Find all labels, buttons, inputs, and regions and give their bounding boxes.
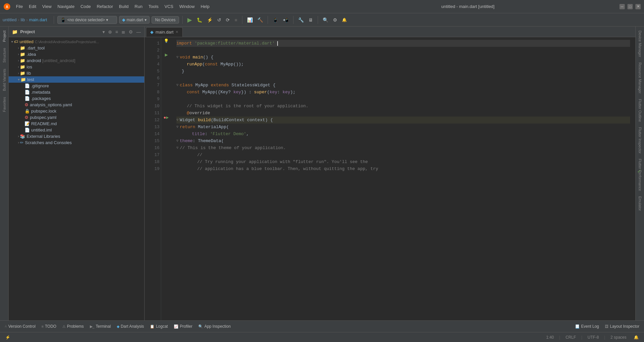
sidebar-tab-flutter-performance[interactable]: Flutter Performance [637, 156, 643, 194]
profiler-button[interactable]: 📈 Profiler [171, 323, 195, 330]
sdk-manager-button[interactable]: 🔧 [297, 17, 305, 23]
app-inspection-button[interactable]: 🔍 App Inspection [196, 323, 233, 330]
settings-gear-icon[interactable]: ⚙ [128, 29, 134, 35]
minimize-button[interactable]: ─ [619, 4, 625, 9]
code-content[interactable]: import 'package:flutter/material.dart' ▽… [171, 37, 635, 320]
close-button[interactable]: ✕ [635, 4, 641, 9]
sidebar-tab-emulator[interactable]: Emulator [637, 194, 643, 214]
build-button[interactable]: 🔨 [256, 17, 264, 23]
tree-item-dart-tool[interactable]: › 📁 .dart_tool [9, 45, 144, 51]
menu-run[interactable]: Run [132, 3, 145, 10]
minimize-panel-icon[interactable]: — [136, 29, 142, 35]
toolbar-separator-3 [242, 16, 242, 24]
menu-build[interactable]: Build [116, 3, 131, 10]
menu-file[interactable]: File [13, 3, 26, 10]
fold-marker-13[interactable]: ▽ [176, 124, 178, 130]
status-indent[interactable]: 2 spaces [609, 334, 628, 340]
sidebar-tab-build-variants[interactable]: Build Variants [1, 66, 8, 94]
tree-item-readme[interactable]: 📝 README.md [9, 121, 144, 127]
tree-item-packages[interactable]: 📄 .packages [9, 95, 144, 102]
hot-reload-button[interactable]: ⚡ [206, 17, 214, 23]
menu-vcs[interactable]: VCS [162, 3, 176, 10]
avd-manager-button[interactable]: 🖥 [307, 17, 314, 23]
breadcrumb-project[interactable]: untitled [3, 17, 17, 22]
menu-code[interactable]: Code [78, 3, 94, 10]
tree-item-iml[interactable]: 📄 untitled.iml [9, 127, 144, 133]
tab-main-dart[interactable]: ◆ main.dart ✕ [146, 27, 183, 37]
breadcrumb-file[interactable]: main.dart [29, 17, 47, 22]
run-button[interactable]: ▶ [186, 16, 193, 24]
project-dropdown-icon[interactable]: ▾ [102, 29, 105, 35]
status-notifications[interactable]: 🔔 [632, 334, 641, 340]
menu-navigate[interactable]: Navigate [55, 3, 77, 10]
settings-button[interactable]: ⚙ [332, 17, 339, 23]
event-log-button[interactable]: 📃 Event Log [572, 323, 602, 330]
tree-item-analysis-options[interactable]: ⚙ analysis_options.yaml [9, 102, 144, 108]
menu-refactor[interactable]: Refactor [94, 3, 116, 10]
scope-icon[interactable]: ⊕ [107, 29, 113, 35]
expand-all-icon[interactable]: ≣ [121, 29, 126, 35]
status-encoding[interactable]: UTF-8 [586, 334, 601, 340]
search-button[interactable]: 🔍 [321, 17, 330, 23]
sidebar-tab-structure[interactable]: Structure [1, 45, 8, 65]
tree-item-android[interactable]: › 📁 android [untitled_android] [9, 57, 144, 64]
tree-item-metadata[interactable]: 📄 .metadata [9, 89, 144, 95]
dart-analysis-button[interactable]: ◆ Dart Analysis [114, 323, 147, 330]
tree-item-test[interactable]: ▾ 📁 test [9, 76, 144, 83]
debug-breakpoint-icon[interactable]: ● [163, 115, 166, 120]
status-line-ending[interactable]: CRLF [563, 334, 578, 340]
fold-marker-12[interactable]: ▽ [176, 117, 178, 124]
bulb-icon[interactable]: 💡 [164, 39, 169, 43]
sidebar-tab-device-manager[interactable]: Device Manager [637, 28, 643, 60]
layout-inspector-button[interactable]: 🖼 Layout Inspector [602, 323, 642, 330]
tree-item-scratches[interactable]: › ✏ Scratches and Consoles [9, 139, 144, 146]
reload-button[interactable]: ↺ [216, 17, 223, 23]
sidebar-tab-favorites[interactable]: Favorites [1, 94, 8, 115]
tree-item-lib[interactable]: › 📁 lib [9, 70, 144, 76]
maximize-button[interactable]: □ [627, 4, 633, 9]
menu-view[interactable]: View [39, 3, 54, 10]
code-editor[interactable]: 1 2 3 4 5 6 7 8 9 10 11 12 13 14 15 16 1… [145, 37, 635, 320]
terminal-button[interactable]: ▶_ Terminal [87, 323, 113, 330]
stop-button[interactable]: ■ [233, 17, 238, 23]
sidebar-tab-flutter-inspector[interactable]: Flutter Inspector [637, 125, 643, 156]
tree-item-gitignore[interactable]: 📄 .gitignore [9, 83, 144, 89]
menu-edit[interactable]: Edit [26, 3, 39, 10]
menu-window[interactable]: Window [177, 3, 197, 10]
version-control-button[interactable]: ⑃ Version Control [2, 323, 38, 330]
collapse-icon[interactable]: ≡ [115, 29, 119, 35]
tree-item-external-libs[interactable]: › 📚 External Libraries [9, 133, 144, 139]
logcat-button[interactable]: 📋 Logcat [147, 323, 170, 330]
tree-item-root[interactable]: ▾ 🏷 untitled C:\Android\AndroidStudioPro… [9, 39, 144, 45]
sidebar-tab-resource-manager[interactable]: Resource Manager [637, 60, 643, 96]
fold-marker-15[interactable]: ▽ [176, 137, 178, 144]
tree-item-idea[interactable]: › 📁 .idea [9, 51, 144, 57]
device-manager-button[interactable]: 📲 [282, 17, 290, 23]
notifications-button[interactable]: 🔔 [341, 17, 348, 23]
device-selector[interactable]: 📱 <no device selected> ▾ [57, 16, 117, 24]
sidebar-tab-flutter-outline[interactable]: Flutter Outline [637, 96, 643, 125]
tree-item-pubspec-yaml[interactable]: ⚙ pubspec.yaml [9, 114, 144, 121]
no-devices-button[interactable]: No Devices [152, 16, 179, 24]
todo-button[interactable]: ≡ TODO [39, 323, 59, 330]
problems-button[interactable]: ⚠ Problems [60, 323, 87, 330]
coverage-button[interactable]: 📊 [246, 17, 254, 23]
device-mirror-button[interactable]: 📱 [271, 17, 280, 23]
breadcrumb-lib[interactable]: lib [21, 17, 25, 22]
menu-help[interactable]: Help [198, 3, 212, 10]
status-power-save[interactable]: ⚡ [3, 334, 12, 340]
debug-button[interactable]: 🐛 [195, 17, 204, 23]
run-config-selector[interactable]: ◆ main.dart ▾ [119, 16, 150, 24]
menu-tools[interactable]: Tools [146, 3, 161, 10]
fold-marker-7[interactable]: ▽ [176, 82, 178, 89]
fold-marker-3[interactable]: ▽ [176, 54, 178, 61]
tree-item-pubspec-lock[interactable]: 🔒 pubspec.lock [9, 108, 144, 114]
sidebar-tab-project[interactable]: Project [1, 28, 8, 44]
status-position[interactable]: 1:40 [544, 334, 556, 340]
tab-close-button[interactable]: ✕ [175, 30, 178, 34]
profile-button[interactable]: ⟳ [225, 17, 231, 23]
run-arrow-icon[interactable]: ▶ [165, 52, 168, 57]
fold-marker-16[interactable]: ▽ [176, 144, 178, 151]
profiler-label: Profiler [180, 324, 192, 329]
tree-item-ios[interactable]: › 📁 ios [9, 64, 144, 70]
